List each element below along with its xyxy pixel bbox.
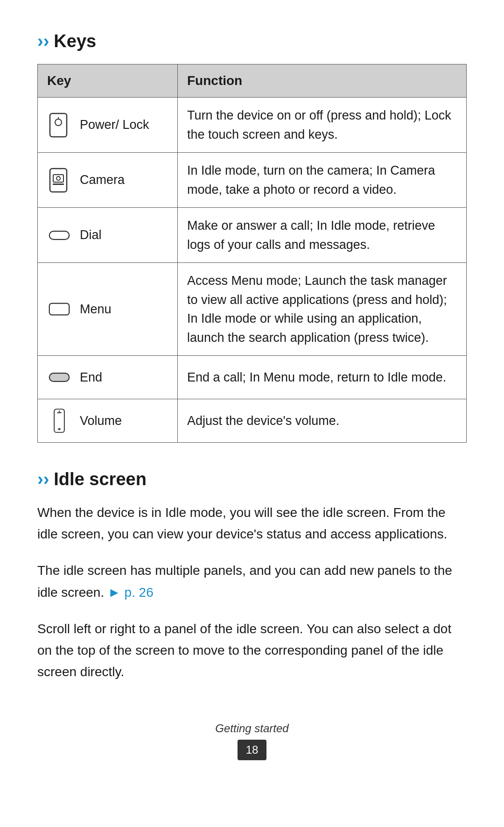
key-cell-end: End [38,356,178,399]
end-icon [47,364,71,390]
idle-screen-para-1: When the device is in Idle mode, you wil… [37,502,467,545]
idle-screen-chevron: ›› [37,466,49,493]
end-label: End [80,368,102,387]
camera-function: In Idle mode, turn on the camera; In Cam… [178,153,467,208]
volume-function: Adjust the device's volume. [178,399,467,443]
footer-label: Getting started [37,720,467,737]
volume-label: Volume [80,411,122,431]
camera-icon [47,167,71,193]
idle-screen-para-2: The idle screen has multiple panels, and… [37,560,467,603]
col-header-key: Key [38,64,178,98]
keys-title-text: Keys [54,28,96,55]
svg-rect-8 [49,304,69,315]
camera-label: Camera [80,170,125,190]
menu-label: Menu [80,300,112,319]
end-function: End a call; In Menu mode, return to Idle… [178,356,467,399]
table-row: Camera In Idle mode, turn on the camera;… [38,153,467,208]
dial-label: Dial [80,226,102,245]
table-row: Menu Access Menu mode; Launch the task m… [38,263,467,356]
dial-icon [47,222,71,248]
key-cell-camera: Camera [38,153,178,208]
menu-function: Access Menu mode; Launch the task manage… [178,263,467,356]
idle-screen-para-2-text: The idle screen has multiple panels, and… [37,563,452,599]
table-row: Dial Make or answer a call; In Idle mode… [38,208,467,263]
table-header-row: Key Function [38,64,467,98]
power-icon [47,112,71,138]
svg-rect-9 [49,373,69,382]
table-row: Volume Adjust the device's volume. [38,399,467,443]
power-function: Turn the device on or off (press and hol… [178,98,467,153]
idle-screen-title-text: Idle screen [54,466,147,493]
svg-point-1 [55,119,62,126]
key-cell-power: Power/ Lock [38,98,178,153]
svg-rect-7 [49,231,69,240]
idle-screen-para-3: Scroll left or right to a panel of the i… [37,618,467,683]
keys-chevron: ›› [37,28,49,55]
table-row: Power/ Lock Turn the device on or off (p… [38,98,467,153]
footer-page: 18 [238,740,267,760]
idle-screen-section: ›› Idle screen When the device is in Idl… [37,466,467,683]
dial-function: Make or answer a call; In Idle mode, ret… [178,208,467,263]
idle-screen-title: ›› Idle screen [37,466,467,493]
col-header-function: Function [178,64,467,98]
table-row: End End a call; In Menu mode, return to … [38,356,467,399]
svg-rect-4 [53,175,63,182]
key-cell-menu: Menu [38,263,178,356]
power-label: Power/ Lock [80,115,149,134]
svg-rect-6 [53,184,64,185]
key-cell-volume: Volume [38,399,178,443]
page-ref-link: ► p. 26 [108,585,154,600]
keys-title: ›› Keys [37,28,467,55]
menu-icon [47,296,71,322]
volume-icon [47,408,71,434]
keys-table: Key Function Power/ Lo [37,64,467,443]
footer: Getting started 18 [37,711,467,760]
keys-section: ›› Keys Key Function [37,28,467,443]
key-cell-dial: Dial [38,208,178,263]
svg-point-5 [56,177,60,180]
